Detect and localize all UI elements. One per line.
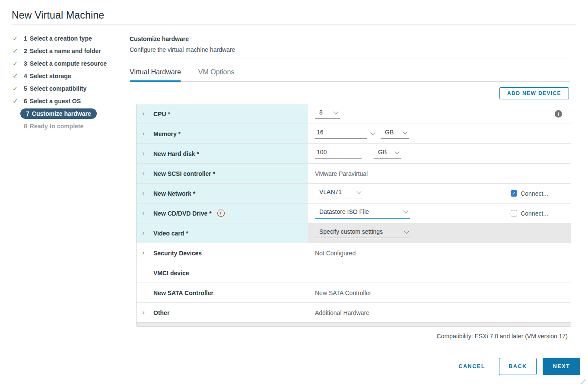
chevron-down-icon (404, 229, 409, 233)
wizard-step-2[interactable]: ✓2Select a name and folder (12, 45, 126, 57)
device-cell-hard-disk: ›New Hard disk * (137, 144, 308, 163)
security-value-text: Not Configured (315, 250, 356, 257)
trailing-controls: Connect... (511, 210, 548, 217)
step-number: 2 (24, 48, 27, 54)
chevron-down-icon (394, 149, 399, 154)
wizard-step-4[interactable]: ✓4Select storage (12, 70, 126, 82)
wizard-step-6[interactable]: ✓6Select a guest OS (12, 95, 126, 107)
cpu-select[interactable]: 8 (315, 109, 340, 119)
step-label-text: Customize hardware (32, 110, 91, 117)
value-cell-hard-disk: GB (308, 144, 571, 163)
hw-row-memory: ›Memory *GB (137, 124, 571, 143)
section-divider (130, 58, 570, 58)
hardware-table: ›CPU *8i›Memory *GB›New Hard disk *GB›Ne… (136, 104, 571, 327)
device-label: VMCI device (153, 270, 189, 277)
step-label-text: Select storage (30, 73, 71, 80)
device-label: Memory * (153, 130, 181, 137)
step-number: 7 (26, 110, 29, 117)
info-icon[interactable]: i (555, 110, 562, 118)
step-number: 8 (24, 123, 27, 130)
check-icon: ✓ (12, 35, 24, 42)
value-cell-other: Additional Hardware (308, 303, 571, 322)
tab-bar: Virtual Hardware VM Options (130, 68, 570, 82)
step-label: 2Select a name and folder (24, 48, 101, 54)
memory-select[interactable]: GB (381, 129, 409, 139)
device-cell-scsi: ›New SCSI controller * (137, 164, 308, 183)
next-button[interactable]: NEXT (543, 358, 580, 375)
expand-caret-icon[interactable]: › (142, 249, 153, 258)
hw-row-vmci: VMCI device (137, 263, 571, 283)
check-icon: ✓ (12, 97, 24, 105)
expand-caret-icon[interactable]: › (142, 209, 153, 218)
step-label-text: Ready to complete (30, 123, 83, 130)
memory-input[interactable] (315, 129, 367, 139)
hw-row-sata: New SATA ControllerNew SATA Controller (137, 283, 571, 302)
add-new-device-button[interactable]: ADD NEW DEVICE (499, 87, 569, 99)
device-label: Security Devices (153, 250, 202, 257)
step-label: 5Select compatibility (24, 85, 86, 92)
back-button[interactable]: BACK (499, 358, 537, 375)
expand-caret-icon[interactable]: › (142, 149, 153, 158)
expand-caret-icon[interactable]: › (142, 189, 153, 198)
expand-caret-icon[interactable]: › (142, 308, 153, 317)
hard-disk-select[interactable]: GB (374, 149, 401, 159)
hw-row-scsi: ›New SCSI controller *VMware Paravirtual (137, 163, 571, 183)
wizard-step-7[interactable]: 7Customize hardware (12, 107, 126, 120)
wizard-step-5[interactable]: ✓5Select compatibility (12, 82, 126, 95)
value-cell-scsi: VMware Paravirtual (308, 164, 571, 183)
wizard-step-3[interactable]: ✓3Select a compute resource (12, 57, 126, 70)
caret-spacer (142, 272, 153, 274)
step-label: 3Select a compute resource (24, 60, 107, 67)
network-connect-checkbox[interactable]: ✓ (511, 190, 517, 197)
connect-label: Connect... (521, 190, 548, 197)
device-cell-memory: ›Memory * (137, 124, 308, 143)
value-cell-security: Not Configured (308, 243, 571, 263)
wizard-step-1[interactable]: ✓1Select a creation type (12, 32, 126, 45)
sata-value-text: New SATA Controller (315, 289, 371, 296)
device-cell-cpu: ›CPU * (137, 104, 308, 124)
hw-row-network: ›New Network *VLAN71✓Connect... (137, 183, 571, 203)
step-label-text: Select a guest OS (30, 98, 81, 105)
trailing-controls: ✓Connect... (511, 190, 548, 197)
device-label: Video card * (153, 230, 188, 237)
tab-vm-options[interactable]: VM Options (198, 68, 235, 81)
select-value: 8 (319, 109, 323, 116)
warning-icon: ! (217, 210, 225, 217)
hw-row-security: ›Security DevicesNot Configured (137, 243, 571, 263)
footer-buttons: CANCEL BACK NEXT (458, 358, 580, 375)
device-label: New Network * (153, 190, 195, 197)
expand-caret-icon[interactable]: › (142, 169, 153, 178)
step-label-text: Select a name and folder (30, 48, 101, 54)
device-cell-security: ›Security Devices (137, 243, 308, 263)
value-cell-memory: GB (308, 124, 571, 143)
device-label: CPU * (153, 111, 170, 118)
caret-spacer (142, 292, 153, 293)
chevron-down-icon (333, 109, 338, 114)
chevron-down-icon (403, 208, 408, 213)
hard-disk-input[interactable] (315, 149, 362, 159)
step-label-text: Select a creation type (30, 35, 92, 42)
step-label: 8Ready to complete (24, 123, 83, 130)
check-icon: ✓ (12, 60, 24, 67)
select-value: Datastore ISO File (319, 208, 369, 215)
cancel-button[interactable]: CANCEL (458, 363, 486, 369)
check-icon: ✓ (12, 85, 24, 92)
value-cell-cddvd: Datastore ISO FileConnect... (308, 204, 571, 223)
device-label: New SCSI controller * (153, 170, 215, 177)
expand-caret-icon[interactable]: › (142, 229, 153, 238)
cddvd-connect-checkbox[interactable] (511, 210, 517, 216)
hw-row-cddvd: ›New CD/DVD Drive *!Datastore ISO FileCo… (137, 203, 571, 223)
resize-handle[interactable] (580, 379, 586, 385)
title-divider (12, 25, 576, 25)
expand-caret-icon[interactable]: › (142, 130, 153, 138)
step-label: 1Select a creation type (24, 35, 92, 42)
tab-virtual-hardware[interactable]: Virtual Hardware (130, 68, 181, 81)
expand-caret-icon[interactable]: › (142, 110, 153, 118)
hw-row-hard-disk: ›New Hard disk *GB (137, 143, 571, 163)
cddvd-select[interactable]: Datastore ISO File (315, 208, 410, 219)
value-cell-cpu: 8i (308, 104, 571, 124)
chevron-down-icon[interactable] (370, 130, 375, 135)
network-select[interactable]: VLAN71 (315, 188, 363, 198)
video-select[interactable]: Specify custom settings (315, 228, 411, 238)
check-icon: ✓ (12, 72, 24, 80)
